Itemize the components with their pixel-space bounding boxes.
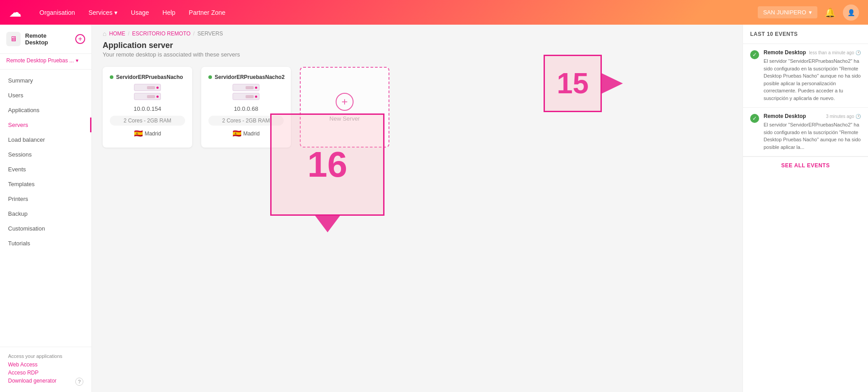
- server-icon-1: [134, 84, 161, 102]
- event-time-1: less than a minute ago 🕐: [809, 50, 861, 55]
- nav-partner-zone[interactable]: Partner Zone: [189, 6, 225, 19]
- event-item-2: ✓ Remote Desktop 3 minutes ago 🕐 El serv…: [743, 108, 868, 157]
- nav-usage[interactable]: Usage: [131, 6, 149, 19]
- home-icon: ⌂: [103, 30, 106, 37]
- content-area: ⌂ HOME / ESCRITORIO REMOTO / SERVERS App…: [92, 25, 743, 392]
- event-check-icon-2: ✓: [750, 114, 759, 123]
- sidebar-header: 🖥 Remote Desktop +: [0, 25, 91, 54]
- page-subtitle: Your remote desktop is associated with t…: [103, 51, 732, 58]
- sidebar: 🖥 Remote Desktop + Remote Desktop Prueba…: [0, 25, 92, 392]
- sidebar-item-sessions[interactable]: Sessions: [0, 147, 91, 162]
- server-ip-1: 10.0.0.154: [134, 105, 161, 112]
- server-card-1[interactable]: ServidorERPruebasNacho: [103, 67, 192, 148]
- breadcrumb: ⌂ HOME / ESCRITORIO REMOTO / SERVERS: [92, 25, 743, 37]
- nav-help[interactable]: Help: [163, 6, 176, 19]
- flag-icon-2: 🇪🇸: [233, 129, 242, 138]
- sidebar-item-load-balancer[interactable]: Load balancer: [0, 132, 91, 147]
- servers-grid: ServidorERPruebasNacho: [92, 63, 743, 151]
- server-name-2: ServidorERPruebasNacho2: [215, 74, 285, 80]
- events-panel: LAST 10 EVENTS ✓ Remote Desktop less tha…: [743, 25, 868, 392]
- clock-icon-1: 🕐: [855, 50, 861, 55]
- server-icon-2: [233, 84, 259, 102]
- remote-desktop-icon: 🖥: [6, 32, 21, 46]
- sidebar-item-backup[interactable]: Backup: [0, 206, 91, 221]
- acceso-rdp-link[interactable]: Acceso RDP: [8, 370, 83, 376]
- clock-icon-2: 🕐: [855, 114, 861, 119]
- nav-right: SAN JUNIPERO ▾ 🔔 👤: [758, 4, 859, 21]
- server-card-1-header: ServidorERPruebasNacho: [110, 74, 185, 80]
- new-server-card[interactable]: + New Server: [300, 67, 389, 148]
- sidebar-title: Remote Desktop: [25, 32, 71, 46]
- status-dot-2: [208, 75, 212, 79]
- sidebar-footer: Access your applications Web Access Acce…: [0, 347, 91, 392]
- content-scroll: ⌂ HOME / ESCRITORIO REMOTO / SERVERS App…: [92, 25, 743, 392]
- event-text-1: El servidor "ServidorERPruebasNacho2" ha…: [764, 57, 861, 102]
- nav-services[interactable]: Services ▾: [88, 6, 117, 19]
- sidebar-item-templates[interactable]: Templates: [0, 177, 91, 192]
- avatar[interactable]: 👤: [843, 4, 859, 21]
- bell-icon[interactable]: 🔔: [825, 7, 836, 18]
- sidebar-item-printers[interactable]: Printers: [0, 192, 91, 206]
- sidebar-item-customisation[interactable]: Customisation: [0, 221, 91, 236]
- page-header: Application server Your remote desktop i…: [92, 37, 743, 63]
- server-location-2: 🇪🇸 Madrid: [233, 129, 260, 138]
- main-layout: 🖥 Remote Desktop + Remote Desktop Prueba…: [0, 25, 868, 392]
- logo-icon[interactable]: ☁: [9, 5, 22, 20]
- status-dot-1: [110, 75, 113, 79]
- server-spec-1: 2 Cores - 2GB RAM: [110, 116, 185, 126]
- annotation-arrow-down-16: [314, 214, 341, 232]
- top-nav: ☁ Organisation Services ▾ Usage Help Par…: [0, 0, 868, 25]
- event-check-icon-1: ✓: [750, 50, 759, 59]
- new-server-plus-icon[interactable]: +: [336, 93, 354, 111]
- server-spec-2: 2 Cores - 2GB RAM: [208, 116, 284, 126]
- flag-icon-1: 🇪🇸: [134, 129, 143, 138]
- sidebar-add-button[interactable]: +: [75, 34, 85, 44]
- new-server-label: New Server: [329, 115, 360, 122]
- events-footer: SEE ALL EVENTS: [743, 157, 868, 174]
- server-card-2[interactable]: ServidorERPruebasNacho2: [201, 67, 291, 148]
- sidebar-item-applications[interactable]: Applications: [0, 103, 91, 118]
- event-text-2: El servidor "ServidorERPruebasNacho2" ha…: [764, 121, 861, 151]
- breadcrumb-home[interactable]: HOME: [109, 30, 125, 37]
- chevron-down-icon: ▾: [76, 57, 78, 64]
- breadcrumb-escritorio[interactable]: ESCRITORIO REMOTO: [132, 30, 190, 37]
- chevron-down-icon: ▾: [809, 9, 812, 16]
- web-access-link[interactable]: Web Access: [8, 362, 83, 368]
- sidebar-item-users[interactable]: Users: [0, 88, 91, 103]
- server-ip-2: 10.0.0.68: [234, 105, 258, 112]
- sidebar-item-tutorials[interactable]: Tutorials: [0, 236, 91, 251]
- event-time-2: 3 minutes ago 🕐: [826, 114, 861, 119]
- help-button[interactable]: ?: [75, 378, 83, 386]
- sidebar-subscription[interactable]: Remote Desktop Pruebas ... ▾: [0, 54, 91, 70]
- event-title-1: Remote Desktop: [764, 49, 806, 56]
- event-item-1: ✓ Remote Desktop less than a minute ago …: [743, 44, 868, 108]
- sidebar-nav: Summary Users Applications Servers Load …: [0, 70, 91, 347]
- page-title: Application server: [103, 41, 732, 50]
- nav-links: Organisation Services ▾ Usage Help Partn…: [39, 6, 758, 19]
- chevron-down-icon: ▾: [114, 9, 117, 16]
- sidebar-item-summary[interactable]: Summary: [0, 73, 91, 88]
- breadcrumb-servers: SERVERS: [197, 30, 223, 37]
- sidebar-item-events[interactable]: Events: [0, 162, 91, 177]
- server-card-2-header: ServidorERPruebasNacho2: [208, 74, 284, 80]
- nav-organisation[interactable]: Organisation: [39, 6, 75, 19]
- server-name-1: ServidorERPruebasNacho: [116, 74, 183, 80]
- see-all-events-link[interactable]: SEE ALL EVENTS: [781, 162, 829, 169]
- events-header: LAST 10 EVENTS: [743, 25, 868, 44]
- event-title-2: Remote Desktop: [764, 113, 806, 119]
- sidebar-item-servers[interactable]: Servers: [0, 118, 91, 132]
- server-location-1: 🇪🇸 Madrid: [134, 129, 161, 138]
- download-generator-link[interactable]: Download generator: [8, 378, 56, 384]
- region-selector[interactable]: SAN JUNIPERO ▾: [758, 6, 817, 18]
